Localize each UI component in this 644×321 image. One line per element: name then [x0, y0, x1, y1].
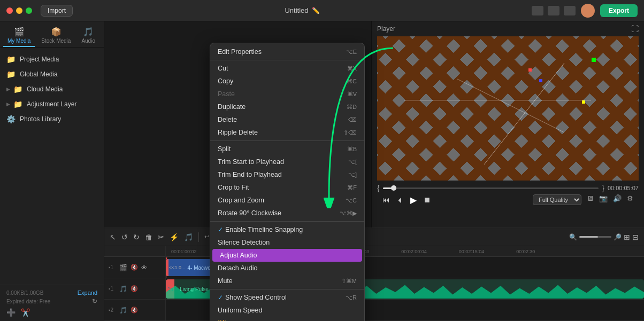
player-right-icons: Full Quality Half Quality 🖥 📷 🔊 ⚙ [533, 194, 633, 205]
audio-track-icon-1: 🎵 [119, 285, 127, 293]
zoom-in-icon[interactable]: 🔎 [614, 233, 622, 241]
track-labels: ▪1 🎬 🔇 👁 ▪1 🎵 🔇 ▪2 🎵 🔇 [104, 246, 166, 321]
layout-icon-1[interactable] [532, 6, 543, 15]
monitor-icon[interactable]: 🖥 [587, 194, 594, 205]
ruler-mark-5: 00:02:15:04 [459, 249, 485, 254]
timeline-icon-add[interactable]: ➕ [6, 308, 16, 317]
close-button[interactable] [6, 7, 13, 14]
player-area: Player ⛶ { [371, 21, 644, 230]
tab-my-media[interactable]: 🎬 My Media [3, 25, 35, 47]
menu-item-uniform-speed[interactable]: Uniform Speed [210, 304, 364, 317]
track-icon-mute[interactable]: 🔇 [131, 264, 138, 271]
track-label-v1: ▪1 🎬 🔇 👁 [104, 257, 165, 278]
menu-item-crop-zoom[interactable]: Crop and Zoom ⌥C [210, 194, 364, 207]
screenshot-icon[interactable]: 📷 [599, 194, 608, 205]
fullscreen-icon[interactable]: ⛶ [631, 25, 639, 33]
menu-item-silence-detection[interactable]: Silence Detection [210, 236, 364, 249]
sidebar-bottom: 0.00KB/1.00GB Expand Expired date: Free … [0, 285, 104, 321]
volume-icon[interactable]: 🔊 [613, 194, 622, 205]
sidebar-item-project-media[interactable]: 📁 Project Media [0, 52, 104, 67]
control-buttons: ⏮ ⏴ ▶ ⏹ [382, 195, 431, 205]
top-icons [532, 6, 576, 15]
menu-item-delete[interactable]: Delete ⌫ [210, 113, 364, 126]
export-button[interactable]: Export [600, 4, 638, 17]
audio-mute-2[interactable]: 🔇 [131, 307, 138, 314]
tool-redo[interactable]: ↻ [133, 233, 140, 241]
sidebar-item-photos[interactable]: ⚙️ Photos Library [0, 112, 104, 127]
menu-item-show-speed[interactable]: ✓Show Speed Control ⌥R [210, 291, 364, 304]
menu-item-crop-fit[interactable]: Crop to Fit ⌘F [210, 181, 364, 194]
import-button[interactable]: Import [41, 5, 73, 17]
avatar[interactable] [581, 4, 595, 18]
stock-media-icon: 📦 [51, 27, 62, 37]
timeline-icon-scissors[interactable]: ✂️ [21, 308, 30, 317]
tool-blade[interactable]: ⚡ [170, 233, 179, 241]
tool-undo[interactable]: ↺ [121, 233, 128, 241]
axis-lines [377, 36, 639, 181]
track-num-a1: ▪1 [109, 286, 116, 292]
sidebar-item-adjustment[interactable]: 📁 Adjustment Layer [0, 97, 104, 112]
menu-item-detach-audio[interactable]: Detach Audio [210, 262, 364, 275]
prev-frame-button[interactable]: ⏴ [396, 195, 404, 204]
refresh-icon[interactable]: ↻ [92, 297, 97, 305]
menu-item-edit-properties[interactable]: Edit Properties ⌥E [210, 45, 364, 58]
maximize-button[interactable] [26, 7, 32, 14]
sidebar-tabs: 🎬 My Media 📦 Stock Media 🎵 Audio [0, 21, 104, 48]
menu-item-rotate[interactable]: Rotate 90° Clockwise ⌥⌘▶ [210, 207, 364, 220]
add-track-icon[interactable]: ⊞ [624, 233, 630, 241]
menu-item-trim-end[interactable]: Trim End to Playhead ⌥] [210, 168, 364, 181]
tab-audio[interactable]: 🎵 Audio [77, 25, 99, 47]
rewind-button[interactable]: ⏮ [382, 195, 390, 204]
curly-bracket-right: } [602, 184, 604, 192]
menu-item-cut[interactable]: Cut ⌘X [210, 62, 364, 75]
menu-item-duplicate[interactable]: Duplicate ⌘D [210, 100, 364, 113]
sidebar-label-cloud-media: Cloud Media [27, 85, 63, 93]
menu-item-snapping[interactable]: ✓Enable Timeline Snapping [210, 223, 364, 236]
project-title-area: Untitled ✏️ [285, 6, 319, 14]
player-bottom-row: ⏮ ⏴ ▶ ⏹ Full Quality Half Quality 🖥 📷 🔊 [377, 194, 639, 207]
menu-item-mute[interactable]: Mute ⇧⌘M [210, 275, 364, 287]
tool-audio-detach[interactable]: 🎵 [184, 233, 193, 241]
folder-icon-cloud: 📁 [13, 85, 22, 93]
minimize-button[interactable] [16, 7, 22, 14]
top-bar: Import Untitled ✏️ Export [0, 0, 644, 21]
menu-item-ripple-delete[interactable]: Ripple Delete ⇧⌫ [210, 126, 364, 139]
sidebar-item-cloud-media[interactable]: 📁 Cloud Media [0, 82, 104, 97]
layout-icon-3[interactable] [564, 6, 576, 15]
sidebar-items: 📁 Project Media 📁 Global Media 📁 Cloud M… [0, 48, 104, 285]
tool-delete[interactable]: 🗑 [145, 233, 152, 241]
menu-item-paste: Paste ⌘V [210, 88, 364, 100]
speed-add-icon[interactable]: ↩ [204, 233, 209, 240]
zoom-out-icon[interactable]: 🔍 [569, 233, 577, 241]
zoom-controls: 🔍 🔎 ⊞ ⊟ [333, 233, 639, 241]
menu-item-speed-ramping[interactable]: 👑Speed Ramping [210, 317, 364, 321]
layout-icon-2[interactable] [548, 6, 559, 15]
folder-icon-global: 📁 [6, 70, 16, 79]
menu-item-split[interactable]: Split ⌘B [210, 143, 364, 155]
layout-icon[interactable]: ⊟ [632, 233, 639, 241]
sidebar-item-global-media[interactable]: 📁 Global Media [0, 67, 104, 82]
sidebar-label-photos: Photos Library [20, 115, 61, 123]
menu-item-trim-start[interactable]: Trim Start to Playhead ⌥[ [210, 155, 364, 168]
edit-title-icon[interactable]: ✏️ [312, 7, 320, 14]
gear-icon: ⚙️ [6, 115, 16, 123]
tab-stock-media[interactable]: 📦 Stock Media [37, 25, 75, 47]
menu-separator-4 [210, 289, 364, 289]
track-num-a2: ▪2 [109, 307, 116, 313]
menu-item-adjust-audio[interactable]: Adjust Audio [212, 249, 362, 262]
quality-select[interactable]: Full Quality Half Quality [533, 194, 581, 205]
menu-separator-3 [210, 221, 364, 222]
tool-select[interactable]: ↖ [110, 233, 116, 241]
menu-item-copy[interactable]: Copy ⌘C [210, 75, 364, 88]
audio-mute-1[interactable]: 🔇 [131, 285, 138, 292]
tool-cut[interactable]: ✂ [158, 233, 164, 241]
play-button[interactable]: ▶ [410, 195, 417, 205]
settings-icon[interactable]: ⚙ [627, 194, 633, 205]
track-icon-lock[interactable]: 👁 [141, 264, 147, 271]
timeline-content: ▪1 🎬 🔇 👁 ▪1 🎵 🔇 ▪2 🎵 🔇 [104, 246, 644, 321]
progress-bar[interactable] [383, 187, 599, 189]
sidebar-label-project-media: Project Media [20, 56, 59, 63]
expand-button[interactable]: Expand [78, 289, 97, 296]
zoom-slider[interactable] [579, 236, 611, 238]
next-frame-button[interactable]: ⏹ [423, 195, 431, 204]
